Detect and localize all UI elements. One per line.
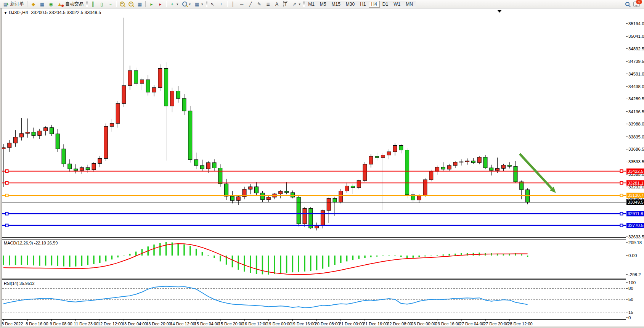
chart-canvas[interactable]: 35194.035041.034892.534739.534591.034438… xyxy=(0,0,644,328)
chart-title: ▼DJ30-,H433200.5 33204.5 33022.5 33049.5 xyxy=(4,10,101,15)
zoom-out-button[interactable]: − xyxy=(127,1,135,8)
alerts-button[interactable]: ◉ xyxy=(47,1,55,8)
crosshair-tool-button[interactable]: + xyxy=(217,1,226,8)
alerts-icon: ◉ xyxy=(48,2,53,7)
timeframe-button-mn[interactable]: MN xyxy=(403,1,416,8)
cursor-tool-button[interactable]: ↖ xyxy=(208,1,217,8)
strategy-tester-button[interactable]: ▸ xyxy=(147,1,156,8)
timeframe-button-m15[interactable]: M15 xyxy=(329,1,343,8)
timeframe-button-w1[interactable]: W1 xyxy=(391,1,403,8)
candlestick-mode-button[interactable]: ▯ xyxy=(97,1,106,8)
svg-text:28 Dec 12:00: 28 Dec 12:00 xyxy=(507,322,532,326)
svg-text:-298.2: -298.2 xyxy=(628,272,641,277)
svg-text:33281.1: 33281.1 xyxy=(628,181,644,185)
line-handle[interactable] xyxy=(620,170,623,172)
line-handle[interactable] xyxy=(6,224,8,227)
separator xyxy=(116,1,117,7)
bar-chart-icon: ║ xyxy=(90,2,95,7)
tester-stop-button[interactable]: ▸ xyxy=(156,1,165,8)
svg-text:35194.0: 35194.0 xyxy=(628,21,644,26)
svg-text:33686.5: 33686.5 xyxy=(628,147,644,151)
line-chart-mode-button[interactable]: ~ xyxy=(106,1,115,8)
trend-arrow-annotation[interactable] xyxy=(520,154,556,193)
svg-text:11 Dec 23:00: 11 Dec 23:00 xyxy=(74,322,99,326)
channel-tool-button[interactable]: ✎ xyxy=(255,1,264,8)
timeframe-button-m30[interactable]: M30 xyxy=(343,1,357,8)
svg-text:23 Dec 00:00: 23 Dec 00:00 xyxy=(411,322,436,326)
new-order-button[interactable]: ▤+ 新订单 xyxy=(1,1,26,8)
timeframe-button-m5[interactable]: M5 xyxy=(317,1,329,8)
svg-text:32633.5: 32633.5 xyxy=(628,235,644,239)
rsi-pane[interactable] xyxy=(2,286,626,312)
toolbar-grip xyxy=(206,1,207,7)
template-icon: ▦ xyxy=(194,2,199,7)
svg-text:34438.0: 34438.0 xyxy=(628,84,644,89)
bar-chart-mode-button[interactable]: ║ xyxy=(88,1,97,8)
arrows-tool-button[interactable]: ↗▾ xyxy=(290,1,303,8)
svg-text:0: 0 xyxy=(628,315,631,320)
svg-text:100: 100 xyxy=(628,280,636,285)
vertical-line-tool-button[interactable]: │ xyxy=(229,1,238,8)
line-handle[interactable] xyxy=(620,212,623,215)
zoom-in-button[interactable]: + xyxy=(118,1,127,8)
tester-play-icon: ▸ xyxy=(149,2,154,7)
svg-text:33422.5: 33422.5 xyxy=(628,169,644,174)
svg-text:8 Dec 2022: 8 Dec 2022 xyxy=(2,322,23,326)
auto-trading-button[interactable]: ▲ 自动交易 xyxy=(55,1,85,8)
svg-text:12 Dec 12:00: 12 Dec 12:00 xyxy=(98,322,123,326)
line-handle[interactable] xyxy=(620,194,623,197)
timeframe-button-m1[interactable]: M1 xyxy=(305,1,317,8)
arrows-icon: ↗ xyxy=(292,2,297,7)
line-handle[interactable] xyxy=(620,182,623,184)
search-icon[interactable] xyxy=(625,2,630,6)
line-handle[interactable] xyxy=(6,182,8,184)
horizontal-line-tool-button[interactable]: ─ xyxy=(238,1,246,8)
add-indicator-button[interactable]: +▾ xyxy=(168,1,180,8)
line-handle[interactable] xyxy=(6,194,8,197)
chevron-down-icon: ▾ xyxy=(189,2,191,6)
svg-text:34591.0: 34591.0 xyxy=(628,72,644,76)
chevron-down-icon: ▾ xyxy=(201,2,203,6)
fibonacci-tool-button[interactable]: ≣ xyxy=(264,1,273,8)
separator xyxy=(145,1,146,7)
window-left-edge xyxy=(0,8,2,328)
template-dropdown-button[interactable]: ▦▾ xyxy=(193,1,205,8)
notification-badge: 1 xyxy=(636,0,642,4)
line-handle[interactable] xyxy=(620,224,623,227)
chevron-down-icon: ▾ xyxy=(177,2,178,6)
add-indicator-icon: + xyxy=(170,2,175,7)
chart-shift-marker[interactable] xyxy=(497,10,502,13)
time-axis[interactable]: 8 Dec 20228 Dec 16:009 Dec 08:0011 Dec 2… xyxy=(2,320,533,326)
svg-text:33835.0: 33835.0 xyxy=(628,135,644,139)
timeframe-button-d1[interactable]: D1 xyxy=(380,1,391,8)
line-handle[interactable] xyxy=(6,212,8,215)
svg-text:32770.5: 32770.5 xyxy=(628,223,644,228)
trendline-tool-button[interactable]: ╱ xyxy=(246,1,255,8)
tile-windows-button[interactable]: ▦ xyxy=(135,1,144,8)
svg-text:0.00: 0.00 xyxy=(628,253,637,258)
zoom-out-icon: − xyxy=(128,2,133,6)
toolbar-grip xyxy=(86,1,88,7)
svg-text:50: 50 xyxy=(628,297,633,302)
chart-expander-icon[interactable]: ▼ xyxy=(4,11,7,15)
text-label-icon: T xyxy=(283,1,288,7)
horizontal-line-objects[interactable] xyxy=(2,170,626,227)
line-handle[interactable] xyxy=(6,170,8,172)
market-watch-button[interactable]: ◆ xyxy=(29,1,38,8)
svg-text:21 Dec 16:00: 21 Dec 16:00 xyxy=(363,322,388,326)
new-order-label: 新订单 xyxy=(10,1,24,7)
svg-text:35041.0: 35041.0 xyxy=(628,34,644,39)
navigator-button[interactable]: ▦ xyxy=(38,1,47,8)
macd-axis: 209.180.00-298.2 xyxy=(626,240,642,277)
macd-pane[interactable] xyxy=(3,242,528,275)
svg-text:16 Dec 12:00: 16 Dec 12:00 xyxy=(243,322,267,326)
svg-text:27 Dec 04:00: 27 Dec 04:00 xyxy=(459,322,484,326)
price-axis[interactable]: 35194.035041.034892.534739.534591.034438… xyxy=(626,21,644,239)
timeframe-button-h4[interactable]: H4 xyxy=(369,1,380,8)
text-label-tool-button[interactable]: T xyxy=(281,1,290,8)
zoom-in-icon: + xyxy=(120,2,125,6)
period-dropdown-button[interactable]: ▾ xyxy=(180,1,193,8)
text-tool-button[interactable]: A xyxy=(273,1,281,8)
timeframe-button-h1[interactable]: H1 xyxy=(357,1,368,8)
chat-icon[interactable]: 1 xyxy=(633,2,640,7)
